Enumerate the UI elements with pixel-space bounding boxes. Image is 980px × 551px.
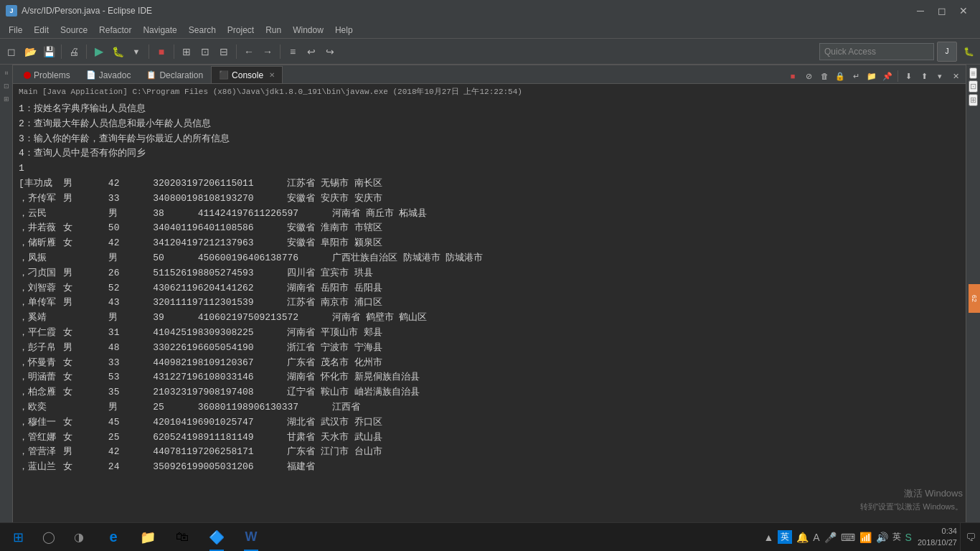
cortana-icon: ◑ (74, 530, 84, 544)
toolbar-btn-7[interactable]: ↪ (321, 43, 339, 60)
systray-sogou[interactable]: S (905, 532, 912, 543)
toolbar-back[interactable]: ← (240, 43, 258, 60)
taskbar-search-icon: ◯ (42, 530, 55, 544)
menu-help[interactable]: Help (329, 22, 359, 38)
taskbar-start[interactable]: ⊞ (0, 523, 36, 552)
taskbar-store[interactable]: 🛍 (165, 523, 199, 552)
console-openfile-btn[interactable]: 📁 (864, 69, 879, 83)
toolbar-btn-2[interactable]: ⊡ (197, 43, 214, 60)
editor-area: Problems 📄 Javadoc 📋 Declaration ⬛ Conso… (13, 65, 966, 532)
taskbar-search-btn[interactable]: ◯ (36, 524, 62, 550)
taskbar-explorer[interactable]: 📁 (131, 523, 165, 552)
systray-notification[interactable]: 🔔 (796, 532, 809, 543)
panel-minimize-btn[interactable]: ⬇ (901, 69, 915, 83)
taskbar-eclipse-app[interactable]: 🔷 (199, 523, 234, 552)
problems-icon (24, 72, 31, 79)
menu-run[interactable]: Run (260, 22, 287, 38)
toolbar-right: Quick Access J 🐛 (819, 42, 977, 62)
left-strip-btn-1[interactable]: ≡ (1, 67, 12, 79)
tab-declaration-label: Declaration (159, 70, 203, 80)
right-strip-btn-1[interactable]: ≡ (969, 67, 976, 79)
systray-network[interactable]: 📶 (859, 532, 872, 543)
taskbar-cortana[interactable]: ◑ (62, 523, 96, 552)
console-output[interactable]: 1：按姓名字典序输出人员信息 2：查询最大年龄人员信息和最小年龄人员信息 3：输… (13, 99, 966, 530)
menu-window[interactable]: Window (287, 22, 329, 38)
left-strip-btn-2[interactable]: ⊡ (1, 80, 12, 92)
taskbar-clock[interactable]: 0:34 2018/10/27 (918, 526, 960, 548)
maximize-button[interactable]: ◻ (931, 0, 953, 22)
toolbar-debug[interactable]: 🐛 (109, 43, 126, 60)
toolbar-btn-6[interactable]: ↩ (303, 43, 320, 60)
minimize-button[interactable]: ─ (910, 0, 931, 22)
systray-speaker[interactable]: 🔊 (876, 532, 888, 543)
systray-mic[interactable]: 🎤 (824, 532, 837, 543)
toolbar-btn-3[interactable]: ⊟ (215, 43, 232, 60)
tab-javadoc-icon: 📄 (86, 70, 96, 80)
right-strip-btn-2[interactable]: ⊡ (969, 80, 978, 93)
clock-date: 2018/10/27 (918, 537, 957, 548)
toolbar-btn-5[interactable]: ≡ (284, 43, 301, 60)
panel-view-menu-btn[interactable]: ▾ (933, 69, 947, 83)
toolbar-new[interactable]: ◻ (3, 43, 20, 60)
title-bar: J A/src/ID/Person.java - Eclipse IDE ─ ◻… (0, 0, 980, 22)
panel-controls: ■ ⊘ 🗑 🔒 ↵ 📁 📌 ⬇ ⬆ ▾ ✕ (786, 69, 966, 83)
toolbar-stop[interactable]: ■ (153, 43, 170, 60)
edge-icon: e (109, 529, 117, 545)
perspective-java[interactable]: J (937, 42, 957, 62)
toolbar-forward[interactable]: → (259, 43, 276, 60)
toolbar-save[interactable]: 💾 (40, 43, 57, 60)
toolbar-open[interactable]: 📂 (22, 43, 39, 60)
panel-tab-bar: Problems 📄 Javadoc 📋 Declaration ⬛ Conso… (13, 65, 966, 84)
eclipse-taskbar-icon: 🔷 (209, 529, 225, 545)
main-area: ≡ ⊡ ⊞ Problems 📄 Javadoc 📋 Declaration (0, 65, 980, 532)
tab-declaration-icon: 📋 (146, 70, 156, 80)
left-strip-btn-3[interactable]: ⊞ (1, 93, 12, 105)
close-button[interactable]: ✕ (953, 0, 974, 22)
perspective-debug[interactable]: 🐛 (960, 43, 977, 60)
orange-notification-tab[interactable]: 62 (969, 284, 980, 313)
eclipse-icon: J (6, 5, 17, 17)
tab-console[interactable]: ⬛ Console ✕ (211, 66, 283, 83)
tab-problems[interactable]: Problems (16, 66, 78, 83)
tab-console-close[interactable]: ✕ (269, 71, 275, 79)
console-scrolllock-btn[interactable]: 🔒 (833, 69, 847, 83)
console-disconnect-btn[interactable]: ⊘ (801, 69, 816, 83)
tab-console-icon: ⬛ (219, 70, 229, 80)
menu-edit[interactable]: Edit (28, 22, 55, 38)
taskbar-notification-area[interactable]: 🗨 (960, 523, 980, 552)
console-pin-btn[interactable]: 📌 (880, 69, 895, 83)
menu-file[interactable]: File (3, 22, 28, 38)
tab-javadoc-label: Javadoc (99, 70, 131, 80)
toolbar-print[interactable]: 🖨 (65, 43, 83, 60)
toolbar-sep-1 (61, 44, 62, 59)
systray-keyboard[interactable]: ⌨ (841, 532, 855, 543)
taskbar-edge[interactable]: e (96, 523, 131, 552)
panel-close-btn[interactable]: ✕ (948, 69, 963, 83)
systray-ime-s[interactable]: 英 (892, 531, 901, 543)
menu-source[interactable]: Source (55, 22, 93, 38)
toolbar-btn-1[interactable]: ⊞ (178, 43, 195, 60)
menu-project[interactable]: Project (222, 22, 260, 38)
right-strip-btn-3[interactable]: ⊞ (969, 94, 978, 106)
panel-ctrl-sep (897, 70, 898, 82)
panel-maximize-btn[interactable]: ⬆ (917, 69, 931, 83)
quick-access-box[interactable]: Quick Access (819, 43, 934, 60)
toolbar-run[interactable]: ▶ (90, 43, 108, 60)
toolbar-run-config[interactable]: ▼ (128, 43, 145, 60)
taskbar-word-app[interactable]: W (234, 523, 268, 552)
console-clear-btn[interactable]: 🗑 (817, 69, 831, 83)
systray-ime2[interactable]: A (813, 532, 819, 543)
console-stop-btn[interactable]: ■ (786, 69, 800, 83)
windows-icon: ⊞ (13, 529, 24, 545)
console-wordwrap-btn[interactable]: ↵ (849, 69, 863, 83)
window-controls: ─ ◻ ✕ (910, 0, 974, 22)
tab-javadoc[interactable]: 📄 Javadoc (78, 66, 139, 83)
menu-navigate[interactable]: Navigate (137, 22, 182, 38)
clock-time: 0:34 (918, 526, 957, 537)
window-title: A/src/ID/Person.java - Eclipse IDE (22, 6, 152, 16)
tab-declaration[interactable]: 📋 Declaration (138, 66, 211, 83)
menu-search[interactable]: Search (183, 22, 222, 38)
menu-refactor[interactable]: Refactor (93, 22, 137, 38)
systray-show-hidden[interactable]: ▲ (763, 532, 773, 543)
systray-ime[interactable]: 英 (778, 530, 792, 544)
